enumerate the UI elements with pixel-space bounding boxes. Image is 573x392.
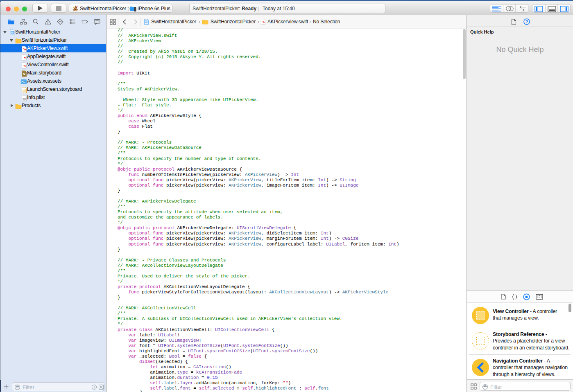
svg-text:?: ? [525, 20, 528, 24]
